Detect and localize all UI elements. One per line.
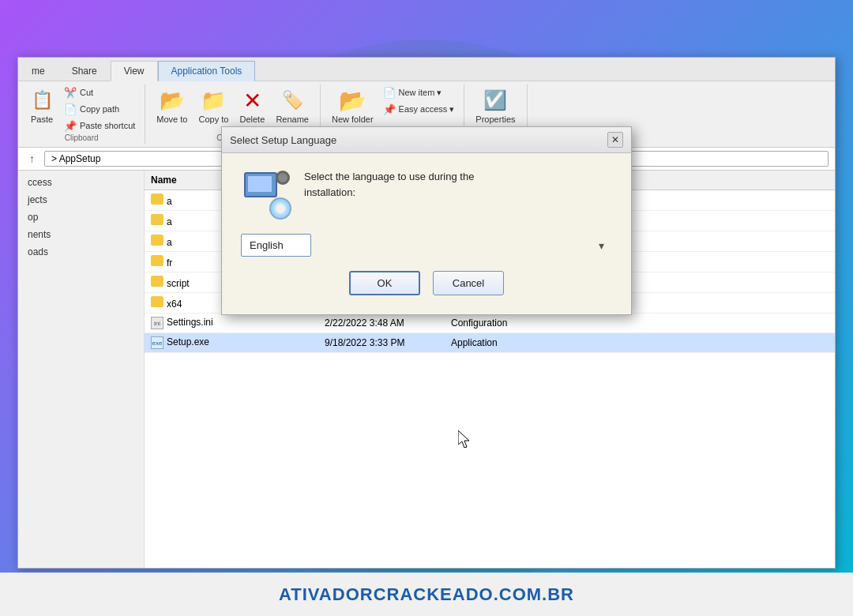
move-to-label: Move to xyxy=(156,115,187,124)
tab-share[interactable]: Share xyxy=(58,61,111,81)
file-type: Application xyxy=(445,336,539,350)
ribbon-group-clipboard: 📋 Paste ✂️ Cut 📄 Copy path xyxy=(18,85,145,144)
paste-shortcut-label: Paste shortcut xyxy=(80,121,135,130)
ini-icon: ini xyxy=(151,317,163,329)
dialog-top-row: Select the language to use during theins… xyxy=(241,169,612,220)
select-language-dialog: Select Setup Language ✕ Select the langu… xyxy=(221,126,632,315)
dialog-close-button[interactable]: ✕ xyxy=(607,132,623,148)
gear-shape xyxy=(276,171,290,185)
rename-icon: 🏷️ xyxy=(280,88,305,113)
dialog-buttons: OK Cancel xyxy=(241,271,612,299)
new-folder-icon: 📂 xyxy=(340,88,365,113)
new-item-label: New item ▾ xyxy=(399,88,442,98)
cd-hole xyxy=(277,205,284,212)
folder-icon xyxy=(151,276,163,287)
copy-path-button[interactable]: 📄 Copy path xyxy=(61,101,138,117)
clipboard-label: Clipboard xyxy=(24,133,138,144)
properties-label: Properties xyxy=(475,115,515,124)
folder-icon xyxy=(151,255,163,266)
file-type: Configuration xyxy=(445,316,539,330)
table-row[interactable]: exeSetup.exe 9/18/2022 3:33 PM Applicati… xyxy=(145,333,835,353)
sidebar: ccess jects op nents oads xyxy=(18,171,145,568)
easy-access-label: Easy access ▾ xyxy=(399,104,455,115)
new-folder-button[interactable]: 📂 New folder xyxy=(327,85,378,127)
cut-button[interactable]: ✂️ Cut xyxy=(61,85,138,100)
paste-label: Paste xyxy=(31,115,53,124)
file-date: 9/18/2022 3:33 PM xyxy=(318,336,445,350)
move-to-button[interactable]: 📂 Move to xyxy=(152,85,192,127)
folder-icon xyxy=(151,235,163,246)
tab-view[interactable]: View xyxy=(111,61,158,81)
dialog-message: Select the language to use during theins… xyxy=(304,169,474,200)
cut-label: Cut xyxy=(80,88,93,97)
properties-button[interactable]: ☑️ Properties xyxy=(471,85,520,127)
sidebar-item-top[interactable]: op xyxy=(18,208,144,226)
exe-icon: exe xyxy=(151,336,163,349)
tab-home[interactable]: me xyxy=(18,61,58,81)
folder-icon xyxy=(151,296,163,307)
copy-to-button[interactable]: 📁 Copy to xyxy=(194,85,233,127)
folder-icon xyxy=(151,214,163,225)
move-to-icon: 📂 xyxy=(160,88,185,113)
new-folder-label: New folder xyxy=(332,115,374,124)
new-item-icon: 📄 xyxy=(383,86,396,99)
copy-path-icon: 📄 xyxy=(64,103,77,115)
cut-icon: ✂️ xyxy=(64,86,77,99)
paste-shortcut-button[interactable]: 📌 Paste shortcut xyxy=(61,118,138,133)
file-name: exeSetup.exe xyxy=(145,335,318,351)
sidebar-item-access[interactable]: ccess xyxy=(18,174,144,191)
dialog-dropdown-row: English Portuguese Spanish French German xyxy=(241,234,612,257)
sidebar-item-projects[interactable]: jects xyxy=(18,191,144,208)
new-small-btns: 📄 New item ▾ 📌 Easy access ▾ xyxy=(380,85,458,117)
new-item-button[interactable]: 📄 New item ▾ xyxy=(380,85,458,100)
rename-label: Rename xyxy=(276,115,309,124)
bottom-banner: ATIVADORCRACKEADO.COM.BR xyxy=(0,573,853,616)
dialog-body: Select the language to use during theins… xyxy=(222,153,631,314)
monitor-shape xyxy=(244,172,277,197)
bottom-banner-text: ATIVADORCRACKEADO.COM.BR xyxy=(279,584,574,605)
file-date: 2/22/2022 3:48 AM xyxy=(318,316,445,330)
paste-icon: 📋 xyxy=(29,88,54,113)
paste-button[interactable]: 📋 Paste xyxy=(24,85,59,127)
sidebar-item-components[interactable]: nents xyxy=(18,226,144,243)
dialog-titlebar: Select Setup Language ✕ xyxy=(222,127,631,153)
setup-icon xyxy=(241,169,291,220)
tab-application-tools[interactable]: Application Tools xyxy=(158,61,256,81)
cancel-button[interactable]: Cancel xyxy=(433,271,504,295)
paste-shortcut-icon: 📌 xyxy=(64,119,77,132)
nav-up-button[interactable]: ↑ xyxy=(24,151,39,167)
easy-access-icon: 📌 xyxy=(383,103,396,115)
delete-button[interactable]: ✕ Delete xyxy=(235,85,269,127)
monitor-screen xyxy=(248,176,272,192)
language-select-wrapper: English Portuguese Spanish French German xyxy=(241,234,612,257)
delete-icon: ✕ xyxy=(239,88,265,113)
copy-path-label: Copy path xyxy=(80,104,119,114)
file-name: iniSettings.ini xyxy=(145,315,318,331)
folder-icon xyxy=(151,193,163,205)
cd-shape xyxy=(269,197,291,220)
dialog-title: Select Setup Language xyxy=(230,134,336,146)
language-select[interactable]: English Portuguese Spanish French German xyxy=(241,234,311,257)
ok-button[interactable]: OK xyxy=(349,271,420,295)
sidebar-item-downloads[interactable]: oads xyxy=(18,243,144,261)
delete-label: Delete xyxy=(239,115,265,124)
rename-button[interactable]: 🏷️ Rename xyxy=(271,85,314,127)
easy-access-button[interactable]: 📌 Easy access ▾ xyxy=(380,101,458,117)
clipboard-items: 📋 Paste ✂️ Cut 📄 Copy path xyxy=(24,85,138,133)
table-row[interactable]: iniSettings.ini 2/22/2022 3:48 AM Config… xyxy=(145,314,835,333)
properties-icon: ☑️ xyxy=(483,88,508,113)
clipboard-small-btns: ✂️ Cut 📄 Copy path 📌 Paste shortcut xyxy=(61,85,138,133)
copy-to-icon: 📁 xyxy=(201,88,226,113)
ribbon-tabs: me Share View Application Tools xyxy=(18,58,835,81)
copy-to-label: Copy to xyxy=(198,115,228,124)
